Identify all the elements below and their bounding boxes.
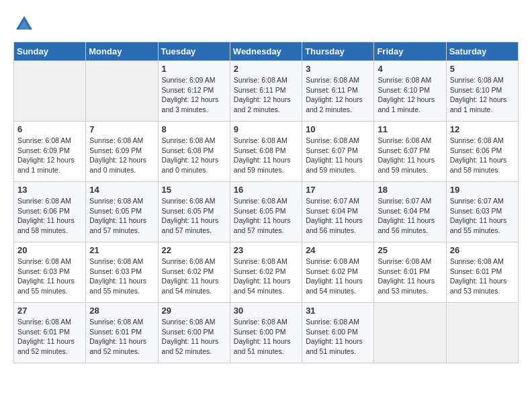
day-info: Sunrise: 6:08 AMSunset: 6:01 PMDaylight:… bbox=[17, 317, 82, 357]
calendar-cell bbox=[86, 61, 158, 122]
logo-icon bbox=[13, 13, 35, 35]
day-info: Sunrise: 6:08 AMSunset: 6:01 PMDaylight:… bbox=[89, 317, 154, 357]
calendar-cell: 11Sunrise: 6:08 AMSunset: 6:07 PMDayligh… bbox=[374, 122, 446, 182]
calendar-cell: 12Sunrise: 6:08 AMSunset: 6:06 PMDayligh… bbox=[446, 122, 518, 182]
day-number: 15 bbox=[162, 185, 226, 195]
calendar-table: SundayMondayTuesdayWednesdayThursdayFrid… bbox=[13, 42, 519, 363]
calendar-cell: 4Sunrise: 6:08 AMSunset: 6:10 PMDaylight… bbox=[374, 61, 446, 122]
calendar-cell: 22Sunrise: 6:08 AMSunset: 6:02 PMDayligh… bbox=[158, 242, 230, 303]
weekday-header-saturday: Saturday bbox=[446, 42, 518, 61]
day-info: Sunrise: 6:08 AMSunset: 6:03 PMDaylight:… bbox=[89, 257, 154, 296]
calendar-cell: 26Sunrise: 6:08 AMSunset: 6:01 PMDayligh… bbox=[446, 242, 518, 303]
day-info: Sunrise: 6:08 AMSunset: 6:11 PMDaylight:… bbox=[234, 75, 298, 115]
calendar-cell bbox=[374, 303, 446, 363]
calendar-cell: 9Sunrise: 6:08 AMSunset: 6:08 PMDaylight… bbox=[230, 122, 302, 182]
weekday-header-thursday: Thursday bbox=[302, 42, 374, 61]
calendar-cell: 23Sunrise: 6:08 AMSunset: 6:02 PMDayligh… bbox=[230, 242, 302, 303]
day-info: Sunrise: 6:08 AMSunset: 6:02 PMDaylight:… bbox=[234, 257, 298, 296]
weekday-header-row: SundayMondayTuesdayWednesdayThursdayFrid… bbox=[14, 42, 519, 61]
day-info: Sunrise: 6:08 AMSunset: 6:05 PMDaylight:… bbox=[234, 196, 298, 236]
calendar-cell: 1Sunrise: 6:09 AMSunset: 6:12 PMDaylight… bbox=[158, 61, 230, 122]
calendar-cell: 5Sunrise: 6:08 AMSunset: 6:10 PMDaylight… bbox=[446, 61, 518, 122]
calendar-cell: 30Sunrise: 6:08 AMSunset: 6:00 PMDayligh… bbox=[230, 303, 302, 363]
calendar-cell: 31Sunrise: 6:08 AMSunset: 6:00 PMDayligh… bbox=[302, 303, 374, 363]
calendar-cell: 6Sunrise: 6:08 AMSunset: 6:09 PMDaylight… bbox=[14, 122, 86, 182]
day-info: Sunrise: 6:07 AMSunset: 6:04 PMDaylight:… bbox=[378, 196, 442, 236]
calendar-cell: 20Sunrise: 6:08 AMSunset: 6:03 PMDayligh… bbox=[14, 242, 86, 303]
weekday-header-tuesday: Tuesday bbox=[158, 42, 230, 61]
calendar-cell: 24Sunrise: 6:08 AMSunset: 6:02 PMDayligh… bbox=[302, 242, 374, 303]
calendar-cell: 2Sunrise: 6:08 AMSunset: 6:11 PMDaylight… bbox=[230, 61, 302, 122]
day-info: Sunrise: 6:08 AMSunset: 6:09 PMDaylight:… bbox=[89, 136, 154, 175]
day-number: 18 bbox=[378, 185, 442, 195]
day-number: 12 bbox=[450, 124, 515, 134]
day-number: 24 bbox=[306, 245, 370, 255]
day-number: 10 bbox=[306, 124, 370, 134]
day-info: Sunrise: 6:08 AMSunset: 6:07 PMDaylight:… bbox=[378, 136, 442, 175]
day-number: 30 bbox=[234, 306, 298, 316]
day-number: 27 bbox=[17, 306, 82, 316]
calendar-cell bbox=[446, 303, 518, 363]
day-number: 25 bbox=[378, 245, 442, 255]
page-header bbox=[13, 13, 519, 35]
day-number: 9 bbox=[234, 124, 298, 134]
calendar-week-row: 13Sunrise: 6:08 AMSunset: 6:06 PMDayligh… bbox=[14, 182, 519, 242]
calendar-cell: 21Sunrise: 6:08 AMSunset: 6:03 PMDayligh… bbox=[86, 242, 158, 303]
day-info: Sunrise: 6:08 AMSunset: 6:09 PMDaylight:… bbox=[17, 136, 82, 175]
day-number: 1 bbox=[162, 64, 226, 74]
calendar-cell: 17Sunrise: 6:07 AMSunset: 6:04 PMDayligh… bbox=[302, 182, 374, 242]
calendar-cell: 19Sunrise: 6:07 AMSunset: 6:03 PMDayligh… bbox=[446, 182, 518, 242]
calendar-cell: 28Sunrise: 6:08 AMSunset: 6:01 PMDayligh… bbox=[86, 303, 158, 363]
day-info: Sunrise: 6:08 AMSunset: 6:05 PMDaylight:… bbox=[162, 196, 226, 236]
day-number: 7 bbox=[89, 124, 154, 134]
logo bbox=[13, 13, 36, 35]
day-info: Sunrise: 6:08 AMSunset: 6:10 PMDaylight:… bbox=[378, 75, 442, 115]
day-number: 23 bbox=[234, 245, 298, 255]
weekday-header-sunday: Sunday bbox=[14, 42, 86, 61]
day-number: 19 bbox=[450, 185, 515, 195]
day-info: Sunrise: 6:08 AMSunset: 6:06 PMDaylight:… bbox=[17, 196, 82, 236]
day-info: Sunrise: 6:08 AMSunset: 6:11 PMDaylight:… bbox=[306, 75, 370, 115]
calendar-cell: 10Sunrise: 6:08 AMSunset: 6:07 PMDayligh… bbox=[302, 122, 374, 182]
calendar-cell: 13Sunrise: 6:08 AMSunset: 6:06 PMDayligh… bbox=[14, 182, 86, 242]
day-number: 4 bbox=[378, 64, 442, 74]
day-info: Sunrise: 6:08 AMSunset: 6:03 PMDaylight:… bbox=[17, 257, 82, 296]
day-number: 5 bbox=[450, 64, 515, 74]
day-number: 17 bbox=[306, 185, 370, 195]
day-number: 20 bbox=[17, 245, 82, 255]
day-info: Sunrise: 6:08 AMSunset: 6:00 PMDaylight:… bbox=[234, 317, 298, 357]
calendar-cell: 8Sunrise: 6:08 AMSunset: 6:08 PMDaylight… bbox=[158, 122, 230, 182]
calendar-week-row: 27Sunrise: 6:08 AMSunset: 6:01 PMDayligh… bbox=[14, 303, 519, 363]
day-number: 3 bbox=[306, 64, 370, 74]
calendar-week-row: 20Sunrise: 6:08 AMSunset: 6:03 PMDayligh… bbox=[14, 242, 519, 303]
calendar-cell bbox=[14, 61, 86, 122]
calendar-cell: 14Sunrise: 6:08 AMSunset: 6:05 PMDayligh… bbox=[86, 182, 158, 242]
calendar-cell: 18Sunrise: 6:07 AMSunset: 6:04 PMDayligh… bbox=[374, 182, 446, 242]
day-number: 26 bbox=[450, 245, 515, 255]
day-number: 31 bbox=[306, 306, 370, 316]
weekday-header-wednesday: Wednesday bbox=[230, 42, 302, 61]
day-info: Sunrise: 6:08 AMSunset: 6:00 PMDaylight:… bbox=[306, 317, 370, 357]
day-number: 11 bbox=[378, 124, 442, 134]
day-info: Sunrise: 6:09 AMSunset: 6:12 PMDaylight:… bbox=[162, 75, 226, 115]
weekday-header-friday: Friday bbox=[374, 42, 446, 61]
day-number: 21 bbox=[89, 245, 154, 255]
calendar-cell: 27Sunrise: 6:08 AMSunset: 6:01 PMDayligh… bbox=[14, 303, 86, 363]
day-info: Sunrise: 6:08 AMSunset: 6:01 PMDaylight:… bbox=[378, 257, 442, 296]
day-number: 6 bbox=[17, 124, 82, 134]
calendar-cell: 29Sunrise: 6:08 AMSunset: 6:00 PMDayligh… bbox=[158, 303, 230, 363]
day-info: Sunrise: 6:08 AMSunset: 6:07 PMDaylight:… bbox=[306, 136, 370, 175]
calendar-cell: 16Sunrise: 6:08 AMSunset: 6:05 PMDayligh… bbox=[230, 182, 302, 242]
calendar-cell: 15Sunrise: 6:08 AMSunset: 6:05 PMDayligh… bbox=[158, 182, 230, 242]
day-info: Sunrise: 6:07 AMSunset: 6:04 PMDaylight:… bbox=[306, 196, 370, 236]
day-info: Sunrise: 6:08 AMSunset: 6:08 PMDaylight:… bbox=[162, 136, 226, 175]
weekday-header-monday: Monday bbox=[86, 42, 158, 61]
calendar-week-row: 6Sunrise: 6:08 AMSunset: 6:09 PMDaylight… bbox=[14, 122, 519, 182]
day-info: Sunrise: 6:08 AMSunset: 6:01 PMDaylight:… bbox=[450, 257, 515, 296]
calendar-cell: 3Sunrise: 6:08 AMSunset: 6:11 PMDaylight… bbox=[302, 61, 374, 122]
day-info: Sunrise: 6:08 AMSunset: 6:02 PMDaylight:… bbox=[306, 257, 370, 296]
day-info: Sunrise: 6:07 AMSunset: 6:03 PMDaylight:… bbox=[450, 196, 515, 236]
day-number: 16 bbox=[234, 185, 298, 195]
day-info: Sunrise: 6:08 AMSunset: 6:10 PMDaylight:… bbox=[450, 75, 515, 115]
day-number: 13 bbox=[17, 185, 82, 195]
